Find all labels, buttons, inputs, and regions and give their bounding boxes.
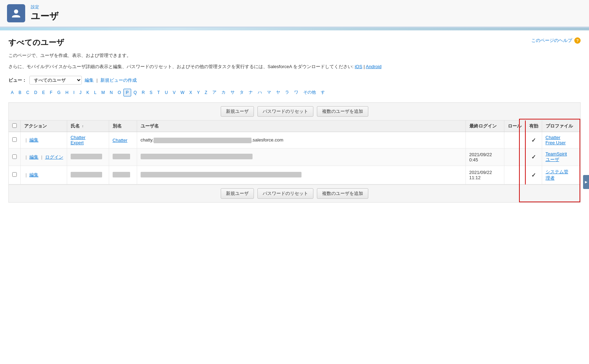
row2-profile-link[interactable]: TeamSpiritユーザ [546,151,567,162]
row1-username-redacted [154,138,251,143]
alpha-その他[interactable]: その他 [301,88,318,97]
row3-profile-link[interactable]: システム管理者 [546,169,568,181]
table-container: 新規ユーザ パスワードのリセット 複数のユーザを追加 アクション 氏名 ↑ [8,102,581,203]
decorative-stripe [0,28,589,30]
alpha-M[interactable]: M [99,89,107,96]
row2-username-cell [137,148,466,166]
alpha-タ[interactable]: タ [237,88,246,97]
pipe: | [26,154,27,160]
alpha-O[interactable]: O [115,89,123,96]
row2-alias-redacted [113,154,130,159]
row2-lastlogin-cell: 2021/09/220:45 [466,148,504,166]
android-link[interactable]: Android [366,64,382,69]
page-title: すべてのユーザ [8,37,64,48]
alpha-P[interactable]: P [123,89,131,96]
ios-link[interactable]: iOS [355,64,362,69]
alpha-F[interactable]: F [47,89,55,96]
alpha-R[interactable]: R [139,89,147,96]
alpha-Y[interactable]: Y [194,89,202,96]
row3-username-cell [137,166,466,184]
alpha-H[interactable]: H [63,89,71,96]
row2-role-cell [504,148,525,166]
settings-label: 設定 [31,4,59,10]
alpha-W[interactable]: W [178,89,187,96]
new-user-button-top[interactable]: 新規ユーザ [221,106,254,117]
row2-name-cell [67,148,109,166]
table-header-row: アクション 氏名 ↑ 別名 ユーザ名 最終ログイン [9,121,580,132]
alpha-Z[interactable]: Z [202,89,210,96]
row3-alias-redacted [113,172,130,177]
alpha-ア[interactable]: ア [210,88,219,97]
row2-active-cell: ✓ [525,148,542,166]
alpha-ナ[interactable]: ナ [246,88,255,97]
view-label: ビュー： [8,77,27,83]
alpha-E[interactable]: E [40,89,47,96]
svg-point-0 [14,9,18,14]
row3-name-redacted [71,172,102,177]
add-multiple-button-top[interactable]: 複数のユーザを追加 [317,106,368,117]
new-user-button-bottom[interactable]: 新規ユーザ [221,188,254,199]
reset-password-button-top[interactable]: パスワードのリセット [257,106,313,117]
alpha-ハ[interactable]: ハ [255,88,264,97]
mobile-description: さらに、モバイルデバイスからユーザ詳細の表示と編集、パスワードのリセット、および… [8,63,581,71]
view-select[interactable]: すべてのユーザ [29,76,82,85]
header-active: 有効 [525,121,542,132]
alpha-U[interactable]: U [162,89,170,96]
alpha-ワ[interactable]: ワ [292,88,301,97]
help-link[interactable]: このページのヘルプ ? [531,37,581,44]
row2-active-check: ✓ [531,154,536,160]
alpha-T[interactable]: T [155,89,162,96]
alpha-J[interactable]: J [77,89,84,96]
row3-edit-link[interactable]: 編集 [29,172,38,177]
alpha-マ[interactable]: マ [264,88,274,97]
alpha-I[interactable]: I [71,89,77,96]
new-view-link[interactable]: 新規ビューの作成 [100,78,137,83]
row3-checkbox-cell [9,166,21,184]
row1-name-link[interactable]: ChatterExpert [71,135,86,145]
alpha-カ[interactable]: カ [219,88,228,97]
alpha-A[interactable]: A [8,89,16,96]
row2-profile-cell: TeamSpiritユーザ [542,148,580,166]
alpha-C[interactable]: C [24,89,32,96]
alpha-サ[interactable]: サ [228,88,237,97]
row3-profile-cell: システム管理者 [542,166,580,184]
row3-active-check: ✓ [531,172,536,178]
edit-view-link[interactable]: 編集 [85,78,94,83]
alpha-す[interactable]: す [318,88,327,97]
row1-action-cell: | 編集 [21,132,67,148]
reset-password-button-bottom[interactable]: パスワードのリセット [257,188,313,199]
alpha-V[interactable]: V [170,89,178,96]
view-links: 編集 | 新規ビューの作成 [85,77,137,83]
alpha-D[interactable]: D [32,89,40,96]
top-action-buttons: 新規ユーザ パスワードのリセット 複数のユーザを追加 [9,103,580,121]
alpha-X[interactable]: X [187,89,194,96]
header-action: アクション [21,121,67,132]
alpha-S[interactable]: S [147,89,155,96]
alpha-ラ[interactable]: ラ [283,88,292,97]
header-name[interactable]: 氏名 ↑ [67,121,109,132]
alpha-B[interactable]: B [16,89,24,96]
row1-profile-link[interactable]: ChatterFree User [546,135,566,145]
users-table: アクション 氏名 ↑ 別名 ユーザ名 最終ログイン [9,121,580,184]
alpha-N[interactable]: N [107,89,115,96]
row3-checkbox[interactable] [12,172,17,177]
alpha-G[interactable]: G [55,89,63,96]
alpha-Q[interactable]: Q [131,89,139,96]
row2-checkbox[interactable] [12,154,17,159]
row2-login-link[interactable]: ログイン [45,154,63,160]
add-multiple-button-bottom[interactable]: 複数のユーザを追加 [317,188,368,199]
alpha-L[interactable]: L [92,89,99,96]
alpha-K[interactable]: K [84,89,92,96]
row1-name-cell: ChatterExpert [67,132,109,148]
row1-edit-link[interactable]: 編集 [29,137,38,143]
row1-lastlogin-cell [466,132,504,148]
select-all-checkbox[interactable] [12,123,17,128]
header-profile: プロファイル [542,121,580,132]
header-alias: 別名 [109,121,137,132]
view-row: ビュー： すべてのユーザ 編集 | 新規ビューの作成 [8,76,581,85]
row2-edit-link[interactable]: 編集 [29,154,38,160]
row3-name-cell [67,166,109,184]
row1-alias-link[interactable]: Chatter [113,138,128,143]
row1-checkbox[interactable] [12,137,17,142]
alpha-ヤ[interactable]: ヤ [274,88,283,97]
